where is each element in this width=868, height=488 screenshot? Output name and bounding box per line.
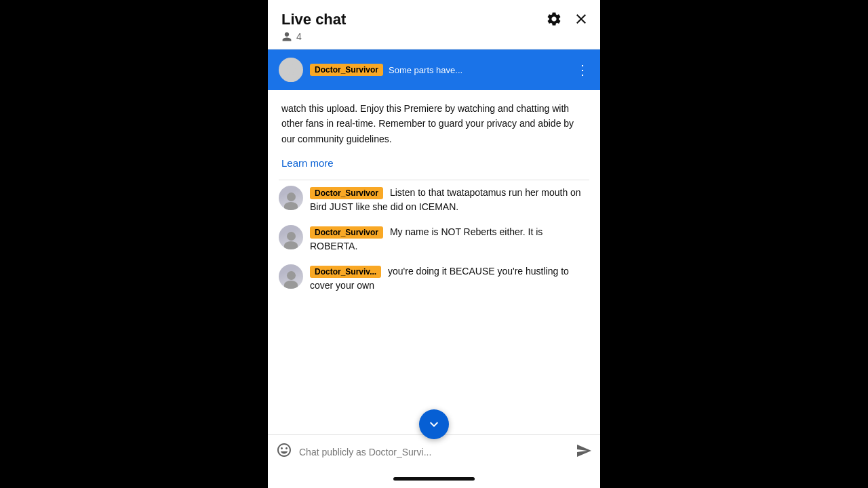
- live-chat-panel: Live chat 4: [268, 0, 600, 488]
- message-body: Doctor_Surviv... you're doing it BECAUSE…: [310, 264, 589, 293]
- header-actions: [546, 11, 589, 30]
- bottom-bar: [268, 469, 600, 488]
- username-badge: Doctor_Surviv...: [310, 266, 381, 278]
- header: Live chat 4: [268, 0, 600, 49]
- scroll-down-button[interactable]: [419, 409, 449, 439]
- message-body: Doctor_Survivor Listen to that twatapota…: [310, 186, 589, 214]
- avatar-image: [279, 186, 303, 210]
- messages-area[interactable]: watch this upload. Enjoy this Premiere b…: [268, 90, 600, 434]
- send-icon: [576, 443, 592, 459]
- pinned-more-options[interactable]: ⋮: [576, 62, 589, 78]
- pinned-username-badge: Doctor_Survivor: [310, 64, 383, 76]
- avatar-image: [279, 264, 303, 289]
- avatar: [279, 225, 303, 249]
- pinned-preview-text: Some parts have...: [389, 65, 462, 75]
- chat-message: Doctor_Survivor Listen to that twatapota…: [268, 180, 600, 220]
- emoji-icon: [276, 442, 292, 458]
- pinned-avatar: [279, 58, 303, 82]
- home-indicator: [393, 477, 475, 481]
- chat-message: Doctor_Surviv... you're doing it BECAUSE…: [268, 259, 600, 298]
- emoji-button[interactable]: [276, 442, 292, 462]
- avatar-image: [279, 58, 303, 82]
- close-icon[interactable]: [573, 11, 589, 30]
- send-button[interactable]: [576, 443, 592, 462]
- info-block: watch this upload. Enjoy this Premiere b…: [268, 90, 600, 152]
- username-badge: Doctor_Survivor: [310, 187, 383, 199]
- message-body: Doctor_Survivor My name is NOT Reberts e…: [310, 225, 589, 253]
- header-subtitle: 4: [281, 31, 587, 42]
- viewer-count: 4: [296, 31, 302, 42]
- info-text: watch this upload. Enjoy this Premiere b…: [281, 103, 574, 144]
- person-icon: [281, 31, 292, 42]
- chat-input-bar: [268, 434, 600, 469]
- pinned-content: Doctor_Survivor Some parts have...: [310, 64, 569, 76]
- settings-icon[interactable]: [546, 11, 562, 30]
- avatar: [279, 264, 303, 289]
- chat-message: Doctor_Survivor My name is NOT Reberts e…: [268, 220, 600, 259]
- username-badge: Doctor_Survivor: [310, 226, 383, 239]
- learn-more-link[interactable]: Learn more: [281, 157, 587, 169]
- chat-input[interactable]: [299, 447, 569, 458]
- chevron-down-icon: [426, 416, 442, 432]
- avatar-image: [279, 225, 303, 249]
- panel-title: Live chat: [281, 11, 587, 28]
- pinned-message[interactable]: Doctor_Survivor Some parts have... ⋮: [268, 49, 600, 90]
- avatar: [279, 186, 303, 210]
